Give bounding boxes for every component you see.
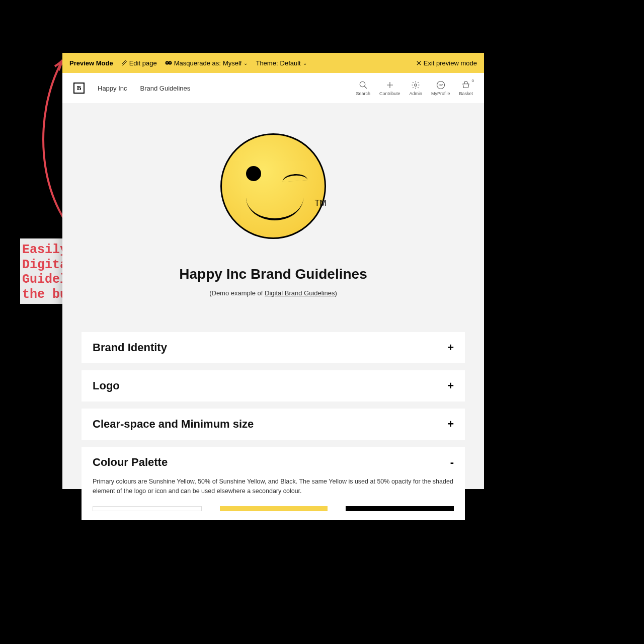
brand-logo[interactable]: B <box>73 83 85 94</box>
nav-basket-label: Basket <box>459 91 473 96</box>
svg-text:DV: DV <box>439 84 443 87</box>
digital-brand-guidelines-link[interactable]: Digital Brand Guidelines <box>265 289 335 297</box>
trademark-symbol: TM <box>314 199 326 207</box>
accordion-header[interactable]: Logo + <box>93 379 454 392</box>
svg-point-3 <box>167 62 168 63</box>
exit-preview-button[interactable]: Exit preview mode <box>416 59 477 67</box>
expand-icon: + <box>447 341 454 354</box>
subtitle-suffix: ) <box>335 289 337 297</box>
masquerade-dropdown[interactable]: Masquerade as: Myself ⌄ <box>165 59 248 67</box>
preview-mode-label: Preview Mode <box>69 59 113 67</box>
accordion-header[interactable]: Colour Palette - <box>93 456 454 469</box>
plus-icon <box>385 80 394 90</box>
accordion-header[interactable]: Brand Identity + <box>93 341 454 354</box>
svg-point-5 <box>360 82 365 87</box>
nav-contribute[interactable]: Contribute <box>379 80 400 96</box>
masquerade-value: Myself <box>223 59 242 67</box>
nav-brand-link[interactable]: Happy Inc <box>98 85 127 92</box>
accordion-title: Logo <box>93 379 120 392</box>
expand-icon: + <box>447 379 454 392</box>
theme-prefix: Theme: <box>256 59 278 67</box>
brand-smiley-logo <box>220 133 326 239</box>
accordion-item-clear-space: Clear-space and Minimum size + <box>82 409 465 440</box>
accordion-item-colour-palette: Colour Palette - Primary colours are Sun… <box>82 447 465 520</box>
accordion-item-brand-identity: Brand Identity + <box>82 332 465 363</box>
accordion-title: Brand Identity <box>93 341 167 354</box>
accordion-title: Clear-space and Minimum size <box>93 418 254 431</box>
nav-guidelines-link[interactable]: Brand Guidelines <box>140 85 191 92</box>
nav-admin-label: Admin <box>409 91 422 96</box>
accordion-body-text: Primary colours are Sunshine Yellow, 50%… <box>93 477 454 496</box>
masquerade-prefix: Masquerade as: <box>174 59 221 67</box>
page-title: Happy Inc Brand Guidelines <box>62 266 484 282</box>
accordion: Brand Identity + Logo + Clear-space and … <box>62 332 484 520</box>
subtitle-prefix: (Demo example of <box>209 289 265 297</box>
accordion-item-logo: Logo + <box>82 370 465 401</box>
chevron-down-icon: ⌄ <box>303 60 307 66</box>
pencil-icon <box>121 60 127 66</box>
page-subtitle: (Demo example of Digital Brand Guideline… <box>62 289 484 297</box>
expand-icon: + <box>447 418 454 431</box>
nav-basket[interactable]: 0 Basket <box>459 80 473 96</box>
theme-value: Default <box>280 59 301 67</box>
nav-admin[interactable]: Admin <box>409 80 422 96</box>
swatch-yellow <box>220 506 328 511</box>
basket-count-badge: 0 <box>472 78 474 83</box>
svg-point-4 <box>169 62 170 63</box>
exit-preview-label: Exit preview mode <box>424 59 477 67</box>
edit-page-button[interactable]: Edit page <box>121 59 157 67</box>
nav-profile[interactable]: DV MyProfile <box>431 80 450 96</box>
close-icon <box>416 60 422 66</box>
app-window: Preview Mode Edit page Masquerade as: My… <box>62 53 484 489</box>
theme-dropdown[interactable]: Theme: Default ⌄ <box>256 59 306 67</box>
gear-icon <box>411 80 420 90</box>
accordion-title: Colour Palette <box>93 456 168 469</box>
basket-icon <box>461 80 470 90</box>
nav-contribute-label: Contribute <box>379 91 400 96</box>
search-icon <box>359 80 368 90</box>
preview-bar: Preview Mode Edit page Masquerade as: My… <box>62 53 484 73</box>
hero-section: TM Happy Inc Brand Guidelines (Demo exam… <box>62 103 484 317</box>
colour-swatches <box>93 506 454 511</box>
edit-page-label: Edit page <box>129 59 157 67</box>
swatch-white <box>93 506 202 511</box>
page-content: TM Happy Inc Brand Guidelines (Demo exam… <box>62 103 484 537</box>
avatar-icon: DV <box>436 80 445 90</box>
mask-icon <box>165 60 172 65</box>
nav-profile-label: MyProfile <box>431 91 450 96</box>
nav-search-label: Search <box>356 91 370 96</box>
collapse-icon: - <box>450 456 454 469</box>
chevron-down-icon: ⌄ <box>244 60 248 66</box>
swatch-black <box>346 506 454 511</box>
top-nav: B Happy Inc Brand Guidelines Search Cont… <box>62 73 484 103</box>
nav-search[interactable]: Search <box>356 80 370 96</box>
accordion-header[interactable]: Clear-space and Minimum size + <box>93 418 454 431</box>
svg-point-6 <box>415 84 417 86</box>
